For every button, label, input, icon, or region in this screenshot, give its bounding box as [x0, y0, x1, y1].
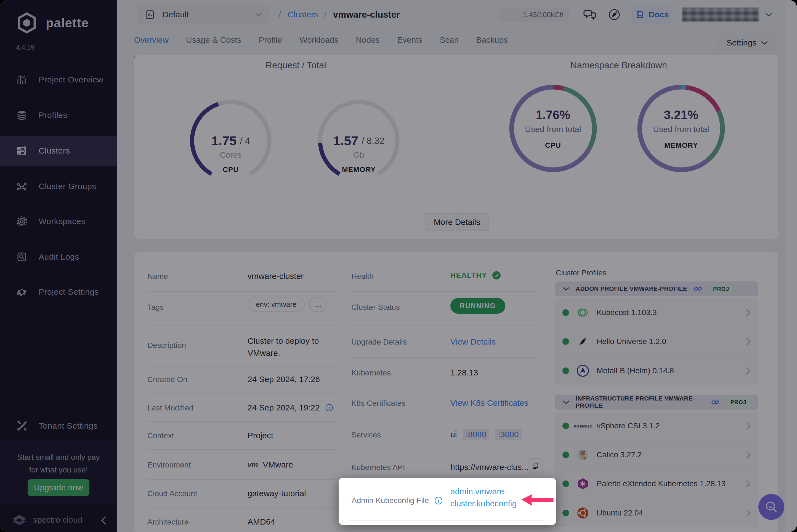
row-divider — [147, 421, 336, 422]
check-circle-icon — [491, 270, 502, 280]
copy-api-url-button[interactable] — [528, 458, 543, 474]
profile-layer-calico[interactable]: Calico 3.27.2 — [555, 440, 758, 470]
user-menu-chevron-icon[interactable] — [765, 12, 773, 17]
status-dot — [562, 452, 569, 458]
vmware-logo-icon: vm — [248, 461, 258, 469]
row-divider — [147, 325, 336, 325]
namespace-memory-percent: 3.21% — [640, 108, 723, 122]
breadcrumb-current: vmware-cluster — [333, 10, 400, 20]
tag-more-pill[interactable]: ... — [309, 297, 327, 312]
cluster-profiles-title: Cluster Profiles — [556, 269, 758, 277]
sidebar-item-clusters[interactable]: Clusters — [0, 136, 117, 166]
sidebar-item-workspaces[interactable]: Workspaces — [0, 206, 117, 236]
tab-profile[interactable]: Profile — [258, 35, 282, 47]
card-divider — [457, 62, 458, 231]
detail-label: Description — [147, 341, 186, 350]
view-k8s-certificates-link[interactable]: View K8s Certificates — [450, 398, 528, 408]
environment-value: VMware — [263, 460, 293, 470]
profile-layer-hello-universe[interactable]: Hello Universe 1.2.0 — [555, 327, 758, 356]
promo-line1: Start small and only pay — [0, 451, 117, 464]
sidebar: palette 4.4.19 Project Overview Profiles — [0, 0, 117, 532]
bar-chart-icon — [144, 9, 156, 20]
memory-gauge-value: 1.57 / 8.32 — [318, 133, 400, 148]
addon-profile-header[interactable]: ADDON PROFILE VMWARE-PROFILE PROJ — [555, 281, 758, 296]
scope-badge: PROJ — [709, 284, 733, 294]
sidebar-item-project-settings[interactable]: Project Settings — [0, 277, 117, 307]
profile-layer-vsphere-csi[interactable]: vmware vSphere CSI 3.1.2 — [555, 412, 758, 440]
service-port-3000-link[interactable]: :3000 — [495, 429, 521, 440]
namespace-memory-label: MEMORY — [640, 141, 723, 150]
book-icon — [635, 10, 645, 19]
tag-pill[interactable]: env: vmware — [248, 297, 305, 312]
docs-label: Docs — [649, 10, 669, 19]
kubernetes-api-value: https://vmware-clus... — [450, 462, 528, 472]
sidebar-item-cluster-groups[interactable]: Cluster Groups — [0, 171, 117, 202]
support-search-fab[interactable] — [758, 494, 784, 520]
orbit-icon — [16, 215, 28, 227]
status-dot — [562, 367, 569, 374]
row-divider — [147, 508, 336, 509]
infrastructure-profile-header[interactable]: INFRASTRUCTURE PROFILE VMWARE-PROFILE PR… — [555, 395, 758, 410]
spectro-cloud-logo-icon — [12, 513, 27, 527]
cpu-gauge-unit: Cores — [189, 150, 272, 159]
cluster-name-value: vmware-cluster — [248, 271, 304, 281]
tab-nodes[interactable]: Nodes — [356, 35, 380, 47]
tab-workloads[interactable]: Workloads — [300, 35, 338, 47]
sidebar-item-audit-logs[interactable]: Audit Logs — [0, 242, 117, 272]
info-icon[interactable] — [325, 403, 334, 412]
hello-universe-icon — [576, 335, 590, 348]
scrollbar[interactable] — [785, 0, 797, 532]
tab-scan[interactable]: Scan — [440, 35, 459, 47]
utilization-card: Request / Total Namespace Breakdown 1.75… — [134, 55, 778, 239]
sidebar-item-project-overview[interactable]: Project Overview — [0, 64, 117, 95]
chevron-right-icon — [745, 509, 751, 517]
settings-button[interactable]: Settings — [717, 34, 778, 52]
tab-usage-costs[interactable]: Usage & Costs — [186, 35, 241, 47]
tab-events[interactable]: Events — [397, 35, 422, 47]
sidebar-item-label: Profiles — [39, 111, 67, 120]
sidebar-item-tenant-settings[interactable]: Tenant Settings — [0, 411, 117, 441]
detail-label: Context — [147, 431, 174, 440]
service-port-8080-link[interactable]: :8080 — [463, 429, 489, 440]
sidebar-item-profiles[interactable]: Profiles — [0, 100, 117, 130]
detail-label: Architecture — [147, 518, 188, 527]
namespace-cpu-label: CPU — [512, 141, 594, 150]
footer-brand-primary: spectro — [33, 515, 60, 524]
info-icon[interactable] — [434, 496, 443, 505]
detail-label: Kubernetes API — [351, 463, 405, 472]
status-dot — [562, 480, 569, 487]
detail-label: Environment — [147, 461, 191, 470]
breadcrumb-separator: / — [324, 10, 326, 19]
context-value: Project — [248, 431, 273, 440]
tools-icon — [16, 420, 28, 432]
admin-kubeconfig-link[interactable]: admin.vmware- cluster.kubeconfig — [450, 486, 517, 510]
chat-icon[interactable] — [583, 8, 597, 21]
sidebar-collapse-button[interactable] — [100, 515, 108, 526]
docs-button[interactable]: Docs — [631, 5, 673, 24]
compass-icon[interactable] — [608, 8, 621, 21]
view-details-link[interactable]: View Details — [450, 337, 496, 346]
tab-backups[interactable]: Backups — [476, 35, 508, 47]
chevron-right-icon — [745, 337, 751, 346]
profile-layer-metallb[interactable]: MetalLB (Helm) 0.14.8 — [555, 356, 758, 385]
footer-brand-secondary: cloud — [62, 515, 83, 524]
detail-label: Cluster Status — [351, 303, 400, 312]
profile-layer-ubuntu[interactable]: Ubuntu 22.04 — [555, 498, 758, 527]
profile-layer-kubecost[interactable]: Kubecost 1.103.3 — [555, 298, 758, 327]
chevron-right-icon — [745, 367, 751, 375]
credits-usage-value: 1.43/100kCh — [523, 11, 563, 19]
copy-icon — [531, 462, 540, 470]
breadcrumb-clusters-link[interactable]: Clusters — [288, 10, 318, 19]
memory-gauge-label: MEMORY — [318, 165, 400, 174]
upgrade-now-button[interactable]: Upgrade now — [28, 479, 89, 496]
user-name-redacted — [682, 8, 759, 21]
row-divider — [351, 325, 539, 325]
more-details-button[interactable]: More Details — [425, 213, 489, 231]
tab-overview[interactable]: Overview — [134, 35, 169, 47]
project-selector[interactable]: Default — [137, 5, 269, 24]
brand: palette — [15, 11, 89, 35]
cluster-status-badge: RUNNING — [450, 298, 505, 314]
row-divider — [351, 357, 539, 358]
cpu-gauge-label: CPU — [189, 165, 272, 174]
profile-layer-palette-extended-kubernetes[interactable]: Palette eXtended Kubernetes 1.28.13 — [555, 470, 758, 498]
